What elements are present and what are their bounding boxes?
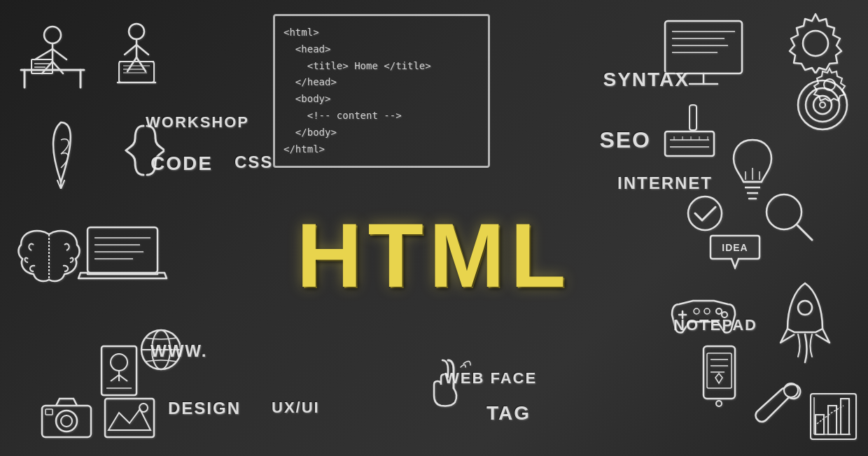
keyboard-hand-icon [662, 104, 718, 162]
svg-point-91 [784, 383, 798, 397]
svg-line-6 [52, 49, 66, 59]
svg-line-5 [35, 49, 52, 59]
svg-rect-93 [816, 415, 824, 434]
code-content: <html> <head> <title> Home </title> </he… [284, 24, 479, 157]
svg-line-38 [119, 375, 127, 381]
css-label: CSS [234, 152, 273, 172]
svg-rect-18 [119, 62, 154, 83]
design-label: DESIGN [168, 399, 241, 418]
internet-label: INTERNET [617, 173, 713, 193]
svg-point-45 [139, 404, 148, 412]
workshop-label: WORKSHOP [146, 113, 249, 131]
svg-rect-26 [88, 227, 158, 273]
svg-point-56 [806, 88, 839, 122]
svg-rect-46 [665, 21, 742, 73]
rocket-icon [777, 280, 833, 366]
seo-label: SEO [599, 127, 651, 153]
svg-point-82 [694, 308, 699, 314]
svg-point-41 [56, 411, 77, 432]
photo-frame-icon [102, 395, 158, 443]
svg-point-58 [820, 102, 825, 108]
www-label: www. [150, 341, 207, 361]
notepad-label: NOTEPAD [673, 316, 757, 334]
main-canvas: <html> <head> <title> Home </title> </he… [0, 0, 868, 456]
check-circle-icon [686, 194, 724, 236]
person-laptop-icon [98, 14, 175, 94]
svg-point-12 [129, 24, 144, 39]
svg-point-80 [716, 308, 722, 314]
svg-rect-43 [46, 409, 52, 415]
person-desk-icon [14, 14, 91, 94]
svg-line-8 [52, 62, 63, 73]
code-label: CODE [150, 152, 213, 175]
svg-line-37 [111, 375, 119, 381]
main-title: HTML [297, 203, 572, 308]
svg-point-87 [716, 401, 722, 406]
person-card-icon [98, 343, 140, 401]
svg-line-14 [125, 45, 136, 55]
laptop-icon [77, 224, 168, 297]
svg-rect-95 [841, 399, 849, 434]
webface-label: WEB FACE [444, 369, 537, 387]
svg-line-15 [136, 45, 148, 55]
svg-rect-9 [31, 59, 52, 73]
brain-icon [14, 224, 84, 290]
svg-point-67 [766, 194, 802, 229]
svg-point-42 [61, 415, 72, 427]
idea-cloud-icon: IDEA [704, 234, 766, 272]
svg-point-83 [704, 308, 710, 314]
tag-label: TAG [486, 402, 531, 425]
svg-point-53 [803, 31, 828, 56]
svg-point-57 [813, 96, 832, 114]
code-snippet-box: <html> <head> <title> Home </title> </he… [273, 14, 490, 168]
svg-text:IDEA: IDEA [722, 242, 748, 253]
target-icon [794, 77, 850, 136]
svg-line-68 [797, 225, 812, 240]
wrench-icon [752, 378, 802, 436]
syntax-label: SYNTAX [603, 69, 690, 91]
svg-point-35 [111, 354, 127, 371]
camera-icon [38, 395, 94, 443]
svg-point-3 [44, 27, 61, 43]
pen-quill-icon [42, 119, 80, 192]
svg-point-66 [688, 197, 722, 230]
svg-point-84 [798, 301, 812, 315]
phone-icon [693, 343, 746, 415]
svg-rect-70 [665, 131, 714, 156]
magnifying-glass-icon [760, 187, 816, 246]
uxui-label: UX/UI [272, 399, 320, 417]
chart-icon [807, 390, 860, 446]
